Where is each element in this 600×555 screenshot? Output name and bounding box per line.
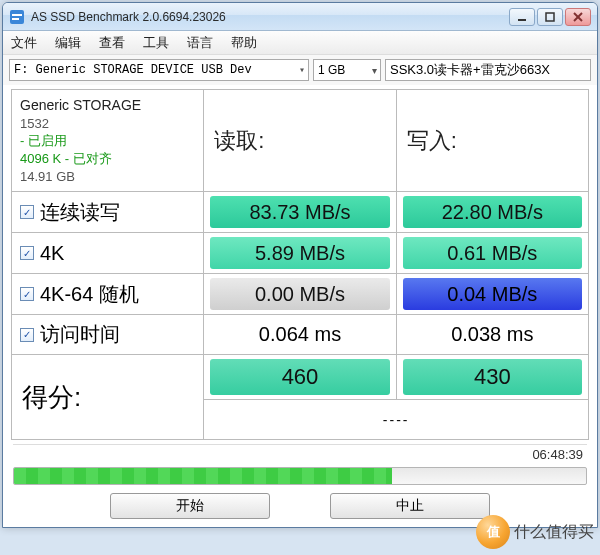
- label-seq: 连续读写: [40, 199, 120, 226]
- device-capacity: 14.91 GB: [20, 168, 195, 186]
- svg-rect-1: [12, 14, 22, 16]
- row-seq: ✓连续读写 83.73 MB/s 22.80 MB/s: [12, 192, 589, 233]
- close-button[interactable]: [565, 8, 591, 26]
- watermark-text: 什么值得买: [514, 522, 594, 543]
- window-title: AS SSD Benchmark 2.0.6694.23026: [31, 10, 509, 24]
- progress-bar: [13, 467, 587, 485]
- acc-write: 0.038 ms: [451, 323, 533, 345]
- menubar: 文件 编辑 查看 工具 语言 帮助: [3, 31, 597, 55]
- seq-read: 83.73 MB/s: [210, 196, 389, 228]
- label-4k64: 4K-64 随机: [40, 281, 139, 308]
- note-field[interactable]: SSK3.0读卡器+雷克沙663X: [385, 59, 591, 81]
- row-access: ✓访问时间 0.064 ms 0.038 ms: [12, 315, 589, 355]
- header-write: 写入:: [396, 90, 588, 192]
- svg-rect-0: [10, 10, 24, 24]
- minimize-button[interactable]: [509, 8, 535, 26]
- watermark-icon: 值: [476, 515, 510, 549]
- check-4k[interactable]: ✓: [20, 246, 34, 260]
- device-enabled: - 已启用: [20, 132, 195, 150]
- progress-fill: [14, 468, 392, 484]
- menu-edit[interactable]: 编辑: [55, 34, 81, 52]
- device-select[interactable]: F: Generic STORAGE DEVICE USB Dev: [9, 59, 309, 81]
- content-area: Generic STORAGE 1532 - 已启用 4096 K - 已对齐 …: [3, 85, 597, 442]
- results-table: Generic STORAGE 1532 - 已启用 4096 K - 已对齐 …: [11, 89, 589, 440]
- check-acc[interactable]: ✓: [20, 328, 34, 342]
- toolbar: F: Generic STORAGE DEVICE USB Dev 1 GB S…: [3, 55, 597, 85]
- menu-lang[interactable]: 语言: [187, 34, 213, 52]
- window-buttons: [509, 8, 591, 26]
- row-4k: ✓4K 5.89 MB/s 0.61 MB/s: [12, 233, 589, 274]
- elapsed-time: 06:48:39: [13, 444, 587, 464]
- k4-read: 5.89 MB/s: [210, 237, 389, 269]
- menu-help[interactable]: 帮助: [231, 34, 257, 52]
- check-4k64[interactable]: ✓: [20, 287, 34, 301]
- svg-rect-4: [546, 13, 554, 21]
- acc-read: 0.064 ms: [259, 323, 341, 345]
- svg-rect-2: [12, 18, 19, 20]
- watermark: 值 什么值得买: [476, 515, 594, 549]
- stop-button[interactable]: 中止: [330, 493, 490, 519]
- device-info: Generic STORAGE 1532 - 已启用 4096 K - 已对齐 …: [12, 90, 204, 192]
- menu-view[interactable]: 查看: [99, 34, 125, 52]
- label-4k: 4K: [40, 242, 64, 265]
- menu-file[interactable]: 文件: [11, 34, 37, 52]
- row-4k64: ✓4K-64 随机 0.00 MB/s 0.04 MB/s: [12, 274, 589, 315]
- titlebar[interactable]: AS SSD Benchmark 2.0.6694.23026: [3, 3, 597, 31]
- k4-write: 0.61 MB/s: [403, 237, 582, 269]
- app-window: AS SSD Benchmark 2.0.6694.23026 文件 编辑 查看…: [2, 2, 598, 528]
- app-icon: [9, 9, 25, 25]
- score-label: 得分:: [12, 355, 204, 440]
- device-model: 1532: [20, 115, 195, 133]
- start-button[interactable]: 开始: [110, 493, 270, 519]
- size-select[interactable]: 1 GB: [313, 59, 381, 81]
- menu-tools[interactable]: 工具: [143, 34, 169, 52]
- check-seq[interactable]: ✓: [20, 205, 34, 219]
- score-read: 460: [210, 359, 389, 395]
- maximize-button[interactable]: [537, 8, 563, 26]
- device-name: Generic STORAGE: [20, 96, 195, 115]
- score-total: ----: [336, 409, 456, 431]
- seq-write: 22.80 MB/s: [403, 196, 582, 228]
- device-align: 4096 K - 已对齐: [20, 150, 195, 168]
- score-write: 430: [403, 359, 582, 395]
- k464-read: 0.00 MB/s: [210, 278, 389, 310]
- row-score: 得分: 460 430: [12, 355, 589, 400]
- header-read: 读取:: [204, 90, 396, 192]
- label-acc: 访问时间: [40, 321, 120, 348]
- k464-write: 0.04 MB/s: [403, 278, 582, 310]
